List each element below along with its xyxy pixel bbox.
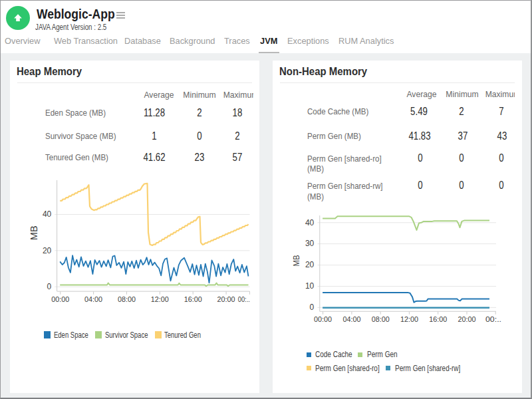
svg-text:16:00: 16:00 bbox=[184, 295, 202, 303]
svg-text:12:00: 12:00 bbox=[151, 295, 169, 303]
svg-text:20:00: 20:00 bbox=[458, 315, 476, 323]
svg-text:30: 30 bbox=[305, 239, 315, 248]
svg-text:08:00: 08:00 bbox=[118, 295, 136, 303]
svg-text:0: 0 bbox=[47, 282, 52, 291]
svg-text:08:00: 08:00 bbox=[372, 315, 390, 323]
svg-text:0: 0 bbox=[310, 303, 315, 312]
svg-text:16:00: 16:00 bbox=[429, 315, 447, 323]
svg-text:MB: MB bbox=[292, 255, 301, 266]
svg-text:10: 10 bbox=[305, 281, 315, 291]
svg-text:12:00: 12:00 bbox=[400, 315, 418, 323]
svg-text:00:00: 00:00 bbox=[314, 315, 332, 323]
svg-text:20:00: 20:00 bbox=[217, 295, 235, 303]
svg-text:00:00: 00:00 bbox=[51, 295, 69, 303]
svg-text:00:..: 00:.. bbox=[485, 315, 501, 323]
svg-text:20: 20 bbox=[43, 246, 52, 255]
svg-text:40: 40 bbox=[305, 218, 315, 227]
svg-text:20: 20 bbox=[305, 260, 315, 269]
svg-text:04:00: 04:00 bbox=[84, 295, 102, 303]
svg-text:MB: MB bbox=[28, 225, 39, 240]
svg-text:40: 40 bbox=[43, 209, 52, 219]
svg-text:04:00: 04:00 bbox=[342, 315, 360, 323]
svg-text:00:..: 00:.. bbox=[238, 295, 250, 303]
